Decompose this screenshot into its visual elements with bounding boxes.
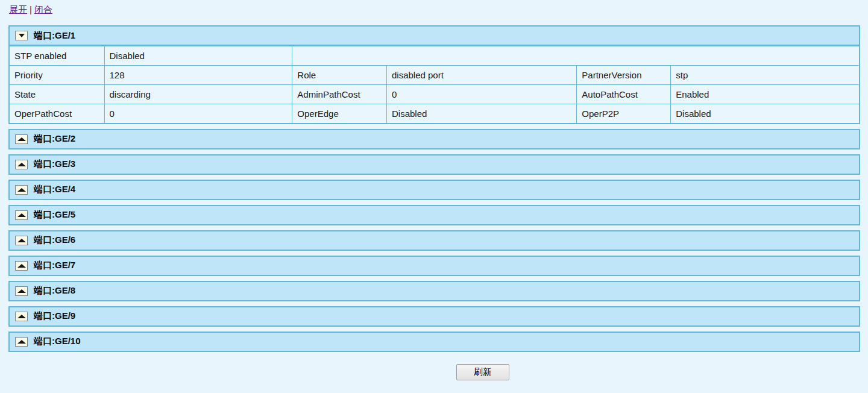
section-header-ge8[interactable]: 端口:GE/8	[8, 281, 860, 301]
triangle-up-icon	[17, 163, 26, 166]
section-header-ge6[interactable]: 端口:GE/6	[8, 230, 860, 251]
table-row: Priority 128 Role disabled port PartnerV…	[9, 66, 860, 85]
collapse-all-link[interactable]: 闭合	[34, 4, 52, 14]
field-value: Enabled	[671, 85, 860, 104]
triangle-up-icon	[17, 264, 26, 268]
expand-toggle-button[interactable]	[15, 210, 28, 220]
field-label: AdminPathCost	[292, 85, 387, 104]
triangle-up-icon	[17, 213, 26, 217]
field-label: OperP2P	[577, 104, 671, 124]
expand-all-link[interactable]: 展开	[9, 4, 27, 14]
field-label: Role	[292, 66, 387, 85]
field-value: 0	[386, 85, 576, 104]
field-value: Disabled	[104, 46, 292, 66]
section-title: 端口:GE/3	[34, 159, 75, 170]
section-header-ge9[interactable]: 端口:GE/9	[8, 306, 860, 327]
field-value: Disabled	[671, 104, 860, 124]
empty-cell	[292, 46, 860, 66]
stp-detail-table: STP enabled Disabled Priority 128 Role d…	[8, 46, 860, 124]
field-value: 128	[104, 66, 292, 85]
field-label: Priority	[9, 66, 104, 85]
expand-toggle-button[interactable]	[15, 160, 28, 169]
section-title: 端口:GE/2	[34, 133, 75, 145]
section-title: 端口:GE/10	[34, 336, 81, 347]
section-title: 端口:GE/7	[34, 260, 75, 271]
section-title: 端口:GE/8	[34, 285, 75, 297]
field-label: State	[9, 85, 104, 104]
section-title: 端口:GE/4	[34, 184, 75, 195]
field-label: OperPathCost	[9, 104, 104, 124]
field-value: disabled port	[386, 66, 576, 85]
section-title: 端口:GE/5	[34, 209, 75, 221]
expand-collapse-toolbar: 展开|闭合	[0, 0, 868, 25]
port-list: 端口:GE/1 STP enabled Disabled Priority 12…	[8, 25, 860, 352]
field-value: stp	[671, 66, 860, 85]
refresh-button-area: 刷新	[0, 364, 868, 380]
field-label: PartnerVersion	[577, 66, 671, 85]
triangle-up-icon	[17, 315, 26, 318]
refresh-button[interactable]: 刷新	[456, 364, 509, 380]
link-separator: |	[30, 4, 32, 14]
section-header-ge4[interactable]: 端口:GE/4	[8, 180, 860, 200]
field-value: 0	[104, 104, 292, 124]
triangle-up-icon	[17, 137, 26, 141]
triangle-up-icon	[17, 340, 26, 344]
triangle-down-icon	[19, 34, 25, 37]
collapse-toggle-button[interactable]	[15, 31, 28, 40]
expand-toggle-button[interactable]	[15, 312, 28, 321]
section-header-ge7[interactable]: 端口:GE/7	[8, 256, 860, 276]
expand-toggle-button[interactable]	[15, 236, 28, 245]
expand-toggle-button[interactable]	[15, 185, 28, 195]
section-title: 端口:GE/9	[34, 310, 75, 322]
section-title: 端口:GE/6	[34, 234, 75, 246]
table-row: OperPathCost 0 OperEdge Disabled OperP2P…	[9, 104, 860, 124]
expand-toggle-button[interactable]	[15, 261, 28, 271]
section-header-ge3[interactable]: 端口:GE/3	[8, 154, 860, 175]
field-value: discarding	[104, 85, 292, 104]
section-header-ge2[interactable]: 端口:GE/2	[8, 129, 860, 149]
expand-toggle-button[interactable]	[15, 134, 28, 144]
expand-toggle-button[interactable]	[15, 337, 28, 347]
triangle-up-icon	[17, 188, 26, 192]
section-title: 端口:GE/1	[34, 30, 75, 42]
field-label: OperEdge	[292, 104, 387, 124]
field-label: STP enabled	[9, 46, 104, 66]
triangle-up-icon	[17, 239, 26, 242]
triangle-up-icon	[17, 289, 26, 293]
table-row: STP enabled Disabled	[9, 46, 860, 66]
table-row: State discarding AdminPathCost 0 AutoPat…	[9, 85, 860, 104]
field-label: AutoPathCost	[577, 85, 671, 104]
section-header-ge10[interactable]: 端口:GE/10	[8, 332, 860, 352]
expand-toggle-button[interactable]	[15, 286, 28, 296]
section-header-ge5[interactable]: 端口:GE/5	[8, 205, 860, 225]
field-value: Disabled	[386, 104, 576, 124]
section-header-ge1[interactable]: 端口:GE/1	[8, 25, 860, 46]
